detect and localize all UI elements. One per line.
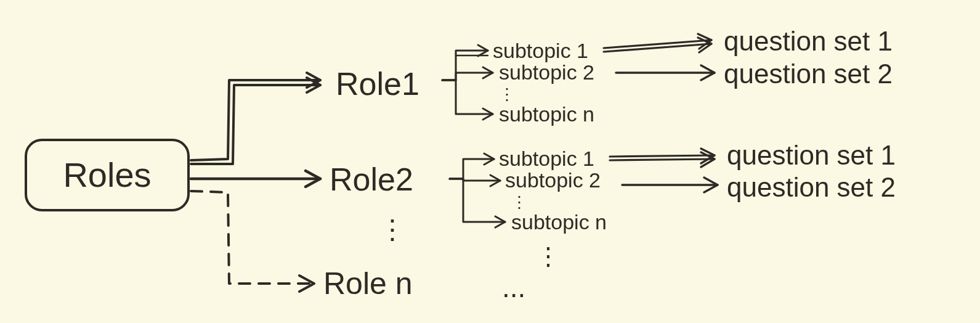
question-set-2-2-label: question set 2 [727, 174, 896, 201]
subtopic-1-2-label: subtopic 2 [499, 62, 594, 83]
root-label: Roles [63, 158, 151, 192]
subtopic-2-ellipsis: ⋮ [511, 194, 527, 210]
role-1-label: Role1 [336, 68, 419, 100]
subtopic-2-n-label: subtopic n [511, 211, 607, 232]
subtopic-2-1-label: subtopic 1 [499, 148, 594, 169]
question-set-2-1-label: question set 1 [727, 142, 896, 169]
role-2-label: Role2 [330, 163, 413, 195]
subtopic-1-ellipsis: ⋮ [499, 86, 515, 102]
subtopic-row-ellipsis: ... [502, 273, 525, 301]
subtopic-2-2-label: subtopic 2 [505, 170, 601, 190]
question-set-1-1-label: question set 1 [724, 28, 893, 55]
question-set-1-2-label: question set 2 [724, 60, 893, 88]
role-n-label: Role n [323, 268, 413, 299]
subtopic-1-n-label: subtopic n [499, 104, 594, 125]
roles-ellipsis: ⋮ [379, 216, 407, 243]
subtopic-1-1-label: subtopic 1 [493, 40, 588, 61]
root-node: Roles [25, 139, 190, 211]
subtopic-col-ellipsis: ⋮ [536, 243, 561, 268]
